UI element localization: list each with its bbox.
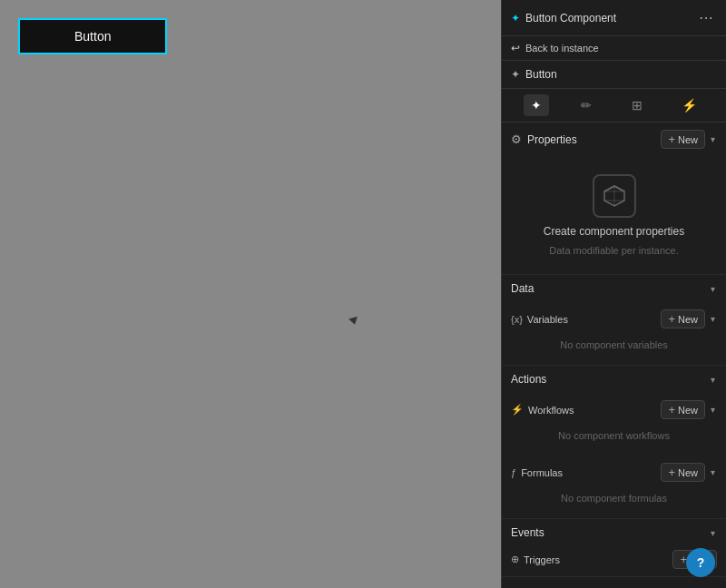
data-section-header[interactable]: Data ▾	[502, 275, 726, 302]
tab-actions[interactable]: ⚡	[674, 94, 704, 116]
variables-empty: No component variables	[511, 332, 717, 358]
formulas-sub-section: ƒ Formulas + New ▾ No component formulas	[502, 456, 726, 518]
panel-title: Button Component	[525, 12, 616, 24]
formulas-new-button[interactable]: + New	[661, 463, 705, 482]
actions-section: Actions ▾ ⚡ Workflows + New ▾ No compone…	[502, 366, 726, 519]
tabs-row: ✦ ✏ ⊞ ⚡	[502, 89, 726, 122]
properties-header-right: + New ▾	[661, 130, 717, 149]
formulas-label: Formulas	[521, 467, 563, 478]
panel-header-left: ✦ Button Component	[511, 12, 616, 24]
variables-header-right: + New ▾	[661, 309, 717, 328]
cube-icon	[602, 183, 627, 209]
properties-new-button[interactable]: + New	[661, 130, 705, 149]
data-section-title: Data	[511, 282, 534, 295]
formulas-title-group: ƒ Formulas	[511, 467, 563, 478]
variables-new-label: New	[678, 314, 698, 325]
data-section: Data ▾ {x} Variables + New ▾ No componen…	[502, 275, 726, 366]
component-name-row: ✦ Button	[502, 61, 726, 89]
formulas-header-right: + New ▾	[661, 463, 717, 482]
actions-section-header[interactable]: Actions ▾	[502, 366, 726, 393]
actions-chevron[interactable]: ▾	[709, 375, 717, 385]
variables-icon: {x}	[511, 314, 523, 325]
create-properties-panel: Create component properties Data modifia…	[502, 156, 726, 274]
properties-new-label: New	[678, 134, 698, 145]
cursor-indicator	[348, 317, 359, 326]
properties-icon: ⚙	[511, 132, 522, 146]
properties-title-group: ⚙ Properties	[511, 132, 577, 146]
workflows-header: ⚡ Workflows + New ▾	[511, 397, 717, 423]
component-small-icon: ✦	[511, 68, 520, 81]
help-button[interactable]: ?	[686, 548, 715, 577]
properties-plus-icon: +	[668, 132, 675, 146]
formulas-empty: No component formulas	[511, 485, 717, 511]
workflows-plus-icon: +	[668, 403, 675, 416]
formulas-chevron[interactable]: ▾	[709, 467, 717, 477]
properties-section-header[interactable]: ⚙ Properties + New ▾	[502, 122, 726, 156]
back-label: Back to instance	[525, 43, 599, 54]
button-preview[interactable]: Button	[18, 18, 167, 54]
variables-plus-icon: +	[668, 312, 675, 326]
properties-title: Properties	[527, 133, 577, 146]
back-icon: ↩	[511, 42, 520, 54]
right-panel: ✦ Button Component ⋯ ↩ Back to instance …	[501, 0, 726, 588]
events-section-header[interactable]: Events ▾	[502, 519, 726, 546]
workflows-label: Workflows	[528, 405, 574, 416]
panel-header: ✦ Button Component ⋯	[502, 0, 726, 36]
properties-section: ⚙ Properties + New ▾ Create component pr…	[502, 122, 726, 275]
component-name-label: Button	[525, 68, 557, 81]
canvas-area: Button	[0, 0, 501, 588]
variables-chevron[interactable]: ▾	[709, 314, 717, 324]
formulas-header: ƒ Formulas + New ▾	[511, 459, 717, 485]
variables-sub-section: {x} Variables + New ▾ No component varia…	[502, 302, 726, 365]
workflows-icon: ⚡	[511, 404, 524, 416]
three-dot-menu-button[interactable]: ⋯	[695, 7, 717, 28]
formulas-icon: ƒ	[511, 467, 516, 478]
component-icon-header: ✦	[511, 12, 520, 24]
workflows-empty: No component workflows	[511, 423, 717, 448]
triggers-label: Triggers	[524, 554, 560, 565]
tab-data[interactable]: ⊞	[624, 94, 650, 116]
formulas-new-label: New	[678, 467, 698, 478]
cube-icon-wrapper	[593, 174, 636, 218]
workflows-new-button[interactable]: + New	[661, 400, 705, 419]
tab-style[interactable]: ✏	[574, 94, 599, 116]
variables-new-button[interactable]: + New	[661, 309, 705, 328]
workflows-chevron[interactable]: ▾	[709, 405, 717, 415]
tab-layout[interactable]: ✦	[524, 94, 549, 116]
workflows-title-group: ⚡ Workflows	[511, 404, 574, 416]
actions-section-title: Actions	[511, 373, 546, 386]
triggers-icon: ⊕	[511, 554, 519, 565]
formulas-plus-icon: +	[668, 466, 675, 479]
properties-chevron[interactable]: ▾	[709, 134, 717, 144]
data-chevron[interactable]: ▾	[709, 284, 717, 294]
events-section-title: Events	[511, 526, 544, 539]
variables-label: Variables	[527, 314, 568, 325]
variables-header: {x} Variables + New ▾	[511, 306, 717, 332]
workflows-new-label: New	[678, 405, 698, 416]
back-to-instance-button[interactable]: ↩ Back to instance	[502, 36, 726, 61]
workflows-sub-section: ⚡ Workflows + New ▾ No component workflo…	[502, 393, 726, 456]
variables-title-group: {x} Variables	[511, 314, 568, 325]
create-properties-subtitle: Data modifiable per instance.	[549, 245, 678, 256]
triggers-title-group: ⊕ Triggers	[511, 554, 560, 565]
workflows-header-right: + New ▾	[661, 400, 717, 419]
create-properties-title: Create component properties	[544, 225, 684, 238]
events-chevron[interactable]: ▾	[709, 528, 717, 538]
